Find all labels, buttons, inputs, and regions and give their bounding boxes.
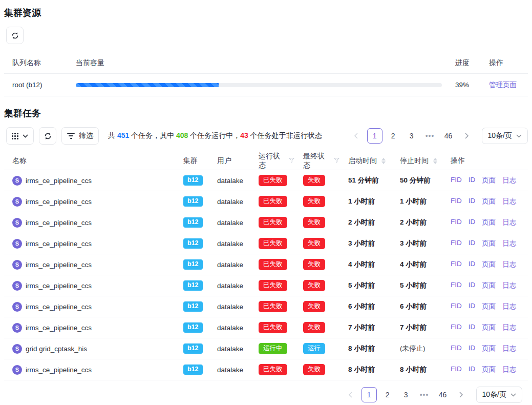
log-link[interactable]: 日志 [502, 197, 516, 206]
page-link[interactable]: 页面 [482, 176, 496, 185]
start-time: 7 小时前 [348, 323, 375, 332]
log-link[interactable]: 日志 [502, 176, 516, 185]
id-link[interactable]: ID [469, 323, 476, 332]
pagination-page-2[interactable]: 2 [386, 128, 401, 144]
task-stop-time-cell: 4 小时前 [392, 260, 442, 269]
log-link[interactable]: 日志 [502, 365, 516, 374]
page-link[interactable]: 页面 [482, 302, 496, 311]
page-link[interactable]: 页面 [482, 218, 496, 227]
task-run-status-cell: 已失败 [250, 322, 295, 333]
task-ops-cell: FIDID页面日志 [442, 239, 528, 248]
fid-link[interactable]: FID [451, 176, 462, 185]
col-action: 操作 [481, 58, 528, 68]
pagination-next-button[interactable] [454, 387, 469, 402]
pagination-page-46[interactable]: 46 [435, 387, 451, 402]
filter-button[interactable]: 筛选 [61, 127, 99, 145]
fid-link[interactable]: FID [451, 302, 462, 311]
id-link[interactable]: ID [469, 218, 476, 227]
page-link[interactable]: 页面 [482, 344, 496, 353]
pagination-next-button[interactable] [459, 128, 475, 144]
task-stop-time-cell: 1 小时前 [392, 197, 442, 206]
pagination-page-1[interactable]: 1 [367, 128, 382, 144]
task-name-cell: Sirms_ce_pipeline_ccs [4, 281, 175, 291]
fid-link[interactable]: FID [451, 344, 462, 353]
log-link[interactable]: 日志 [502, 281, 516, 290]
bottom-pagination-bar: 123•••4610条/页 [4, 387, 528, 403]
resources-refresh-button[interactable] [6, 27, 24, 44]
page-link[interactable]: 页面 [482, 239, 496, 248]
fid-link[interactable]: FID [451, 365, 462, 374]
page-link[interactable]: 页面 [482, 281, 496, 290]
page-link[interactable]: 页面 [482, 197, 496, 206]
task-name: irms_ce_pipeline_ccs [26, 324, 92, 332]
stop-time: 4 小时前 [400, 260, 427, 269]
pagination-page-3[interactable]: 3 [398, 387, 414, 402]
task-start-time-cell: 8 小时前 [340, 344, 392, 353]
page-link[interactable]: 页面 [482, 323, 496, 332]
log-link[interactable]: 日志 [502, 239, 516, 248]
page-size-select[interactable]: 10条/页 [476, 387, 522, 403]
col-cluster[interactable]: 集群 [175, 156, 209, 166]
task-stop-time-cell: 50 分钟前 [392, 176, 442, 185]
table-row: Sirms_ce_pipeline_ccsb12datalake已失败失败3 小… [4, 233, 528, 254]
col-run-status[interactable]: 运行状态 [250, 152, 295, 170]
id-link[interactable]: ID [469, 302, 476, 311]
log-link[interactable]: 日志 [502, 323, 516, 332]
col-stop-time[interactable]: 停止时间 [392, 156, 442, 166]
log-link[interactable]: 日志 [502, 302, 516, 311]
page-size-value: 10条/页 [488, 131, 512, 140]
fid-link[interactable]: FID [451, 281, 462, 290]
col-user[interactable]: 用户 [209, 156, 250, 166]
tasks-refresh-button[interactable] [39, 127, 56, 145]
pagination-page-46[interactable]: 46 [441, 128, 456, 144]
id-link[interactable]: ID [469, 260, 476, 269]
log-link[interactable]: 日志 [502, 218, 516, 227]
column-filter-icon[interactable] [333, 157, 340, 165]
task-run-status-cell: 已失败 [250, 280, 295, 291]
pagination-page-3[interactable]: 3 [404, 128, 419, 144]
pagination-page-1[interactable]: 1 [361, 387, 377, 402]
fid-link[interactable]: FID [451, 260, 462, 269]
id-link[interactable]: ID [469, 365, 476, 374]
fid-link[interactable]: FID [451, 323, 462, 332]
column-sorter-icon[interactable] [381, 158, 386, 164]
task-cluster-cell: b12 [175, 343, 209, 354]
final-status-badge: 失败 [303, 259, 325, 270]
id-link[interactable]: ID [469, 281, 476, 290]
pagination-prev-button[interactable] [349, 128, 364, 144]
run-status-badge: 已失败 [259, 364, 287, 375]
log-link[interactable]: 日志 [502, 344, 516, 353]
task-stop-time-cell: 5 小时前 [392, 281, 442, 290]
task-name: grid grid_cptask_his [26, 345, 87, 353]
start-time: 8 小时前 [348, 365, 375, 374]
log-link[interactable]: 日志 [502, 260, 516, 269]
task-user-cell: datalake [209, 261, 250, 269]
queue-name: root (b12) [4, 81, 68, 89]
task-name-cell: Sirms_ce_pipeline_ccs [4, 239, 175, 249]
pagination-page-2[interactable]: 2 [380, 387, 395, 402]
page-link[interactable]: 页面 [482, 365, 496, 374]
column-sorter-icon[interactable] [433, 158, 437, 164]
task-cluster-cell: b12 [175, 196, 209, 207]
col-name[interactable]: 名称 [4, 156, 175, 166]
fid-link[interactable]: FID [451, 218, 462, 227]
final-status-badge: 失败 [303, 322, 325, 333]
column-settings-button[interactable] [6, 127, 34, 145]
page-size-select[interactable]: 10条/页 [482, 128, 528, 144]
id-link[interactable]: ID [469, 176, 476, 185]
id-link[interactable]: ID [469, 239, 476, 248]
task-start-time-cell: 2 小时前 [340, 218, 392, 227]
action-links: FIDID页面日志 [451, 365, 516, 374]
col-start-time[interactable]: 启动时间 [340, 156, 392, 166]
page-link[interactable]: 页面 [482, 260, 496, 269]
pagination-prev-button[interactable] [343, 387, 358, 402]
task-cluster-cell: b12 [175, 322, 209, 333]
column-filter-icon[interactable] [288, 157, 295, 165]
pagination-ellipsis: ••• [417, 387, 432, 402]
id-link[interactable]: ID [469, 197, 476, 206]
fid-link[interactable]: FID [451, 197, 462, 206]
col-final-status[interactable]: 最终状态 [295, 152, 340, 170]
manage-page-link[interactable]: 管理页面 [489, 81, 517, 89]
id-link[interactable]: ID [469, 344, 476, 353]
fid-link[interactable]: FID [451, 239, 462, 248]
